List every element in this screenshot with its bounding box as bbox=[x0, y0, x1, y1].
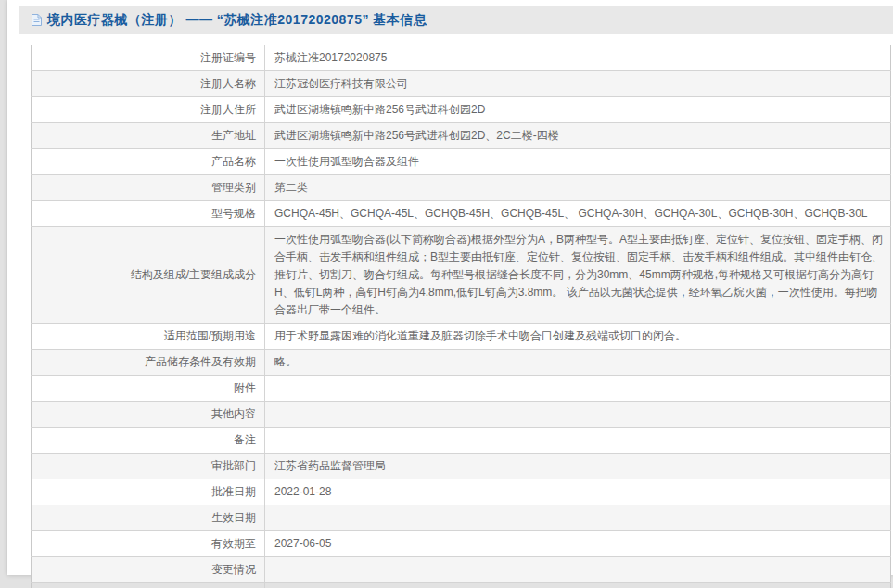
row-label: 批准日期 bbox=[32, 479, 265, 505]
table-row: 注详情 bbox=[32, 583, 891, 588]
row-label: 产品储存条件及有效期 bbox=[32, 350, 265, 376]
table-row: 适用范围/预期用途用于术野显露困难的消化道重建及脏器切除手术中吻合口创建及残端或… bbox=[32, 324, 891, 350]
row-value: 武进区湖塘镇鸣新中路256号武进科创园2D、2C二楼-四楼 bbox=[265, 123, 891, 149]
registration-info-table: 注册证编号苏械注准20172020875注册人名称江苏冠创医疗科技有限公司注册人… bbox=[31, 45, 891, 588]
row-label-text: 管理类别 bbox=[211, 181, 256, 194]
row-label-text: 型号规格 bbox=[211, 207, 256, 220]
table-row: 附件 bbox=[32, 376, 891, 402]
row-label: 管理类别 bbox=[32, 175, 265, 201]
row-value: 武进区湖塘镇鸣新中路256号武进科创园2D bbox=[265, 97, 891, 123]
table-row: 变更情况 bbox=[32, 557, 891, 583]
row-label: 适用范围/预期用途 bbox=[32, 324, 265, 350]
row-value bbox=[265, 557, 891, 583]
row-label-text: 批准日期 bbox=[211, 485, 256, 498]
table-row: 注册证编号苏械注准20172020875 bbox=[32, 45, 891, 71]
row-value bbox=[265, 376, 891, 402]
table-row: 型号规格GCHQA-45H、GCHQA-45L、GCHQB-45H、GCHQB-… bbox=[32, 201, 891, 227]
row-label-text: 产品名称 bbox=[211, 155, 256, 168]
row-label-text: 注册人名称 bbox=[200, 77, 256, 90]
row-value bbox=[265, 402, 891, 428]
row-label: 注 bbox=[32, 583, 265, 588]
table-row: 批准日期2022-01-28 bbox=[32, 479, 891, 505]
row-value: 一次性使用弧型吻合器(以下简称吻合器)根据外型分为A，B两种型号。A型主要由抵钉… bbox=[265, 227, 891, 324]
row-label: 生产地址 bbox=[32, 123, 265, 149]
table-row: 生效日期 bbox=[32, 505, 891, 531]
row-value-text: 武进区湖塘镇鸣新中路256号武进科创园2D、2C二楼-四楼 bbox=[274, 129, 559, 142]
row-label: 审批部门 bbox=[32, 454, 265, 479]
row-label-text: 变更情况 bbox=[211, 563, 256, 576]
row-label-text: 有效期至 bbox=[211, 537, 256, 550]
row-label-text: 结构及组成/主要组成成分 bbox=[131, 268, 256, 281]
row-value: 江苏冠创医疗科技有限公司 bbox=[265, 71, 891, 97]
row-label: 型号规格 bbox=[32, 201, 265, 227]
table-row: 有效期至2027-06-05 bbox=[32, 531, 891, 557]
table-row: 注册人住所武进区湖塘镇鸣新中路256号武进科创园2D bbox=[32, 97, 891, 123]
row-label: 结构及组成/主要组成成分 bbox=[32, 227, 265, 324]
row-label: 备注 bbox=[32, 428, 265, 454]
table-row: 结构及组成/主要组成成分一次性使用弧型吻合器(以下简称吻合器)根据外型分为A，B… bbox=[32, 227, 891, 324]
table-row: 其他内容 bbox=[32, 402, 891, 428]
row-label-text: 附件 bbox=[234, 381, 256, 394]
row-value bbox=[265, 428, 891, 454]
row-value-text: 武进区湖塘镇鸣新中路256号武进科创园2D bbox=[274, 103, 485, 116]
row-value-text: 一次性使用弧型吻合器(以下简称吻合器)根据外型分为A，B两种型号。A型主要由抵钉… bbox=[274, 233, 883, 316]
row-value: 2022-01-28 bbox=[265, 479, 891, 505]
row-label-text: 适用范围/预期用途 bbox=[164, 329, 256, 342]
row-value-text: 苏械注准20172020875 bbox=[274, 51, 387, 64]
row-value-text: 2027-06-05 bbox=[274, 537, 331, 550]
row-value-text: 略。 bbox=[274, 355, 297, 368]
table-row: 注册人名称江苏冠创医疗科技有限公司 bbox=[32, 71, 891, 97]
row-value-text: 一次性使用弧型吻合器及组件 bbox=[274, 155, 419, 168]
row-label: 变更情况 bbox=[32, 557, 265, 583]
row-value bbox=[265, 505, 891, 531]
row-label: 注册证编号 bbox=[32, 45, 265, 71]
row-label-text: 注册证编号 bbox=[200, 51, 256, 64]
document-icon bbox=[31, 13, 43, 27]
table-row: 产品名称一次性使用弧型吻合器及组件 bbox=[32, 149, 891, 175]
row-label: 附件 bbox=[32, 376, 265, 402]
row-value-text: GCHQA-45H、GCHQA-45L、GCHQB-45H、GCHQB-45L、… bbox=[274, 207, 867, 220]
row-value: 一次性使用弧型吻合器及组件 bbox=[265, 149, 891, 175]
row-label: 注册人名称 bbox=[32, 71, 265, 97]
row-label-text: 注册人住所 bbox=[200, 103, 256, 116]
row-label-text: 备注 bbox=[234, 433, 256, 446]
row-value: 2027-06-05 bbox=[265, 531, 891, 557]
row-value: 江苏省药品监督管理局 bbox=[265, 454, 891, 479]
row-value-text: 江苏省药品监督管理局 bbox=[274, 459, 386, 472]
table-row: 生产地址武进区湖塘镇鸣新中路256号武进科创园2D、2C二楼-四楼 bbox=[32, 123, 891, 149]
row-label: 生效日期 bbox=[32, 505, 265, 531]
page-header: 境内医疗器械（注册） —— “苏械注准20172020875” 基本信息 bbox=[19, 6, 893, 34]
row-value-text: 江苏冠创医疗科技有限公司 bbox=[274, 77, 408, 90]
row-label-text: 生产地址 bbox=[211, 129, 256, 142]
row-value-text: 第二类 bbox=[274, 181, 308, 194]
row-value: 用于术野显露困难的消化道重建及脏器切除手术中吻合口创建及残端或切口的闭合。 bbox=[265, 324, 891, 350]
row-value: 略。 bbox=[265, 350, 891, 376]
row-value: GCHQA-45H、GCHQA-45L、GCHQB-45H、GCHQB-45L、… bbox=[265, 201, 891, 227]
row-label: 产品名称 bbox=[32, 149, 265, 175]
table-row: 备注 bbox=[32, 428, 891, 454]
row-label-text: 其他内容 bbox=[211, 407, 256, 420]
table-row: 管理类别第二类 bbox=[32, 175, 891, 201]
page-title: 境内医疗器械（注册） —— “苏械注准20172020875” 基本信息 bbox=[47, 12, 427, 29]
row-label: 其他内容 bbox=[32, 402, 265, 428]
row-label-text: 产品储存条件及有效期 bbox=[145, 355, 256, 368]
row-value: 详情 bbox=[265, 583, 891, 588]
row-value-text: 用于术野显露困难的消化道重建及脏器切除手术中吻合口创建及残端或切口的闭合。 bbox=[274, 329, 686, 342]
row-label-text: 生效日期 bbox=[211, 511, 256, 524]
row-value-text: 2022-01-28 bbox=[274, 485, 331, 498]
row-label: 注册人住所 bbox=[32, 97, 265, 123]
table-row: 产品储存条件及有效期略。 bbox=[32, 350, 891, 376]
row-label: 有效期至 bbox=[32, 531, 265, 557]
row-value: 第二类 bbox=[265, 175, 891, 201]
row-value: 苏械注准20172020875 bbox=[265, 45, 891, 71]
table-row: 审批部门江苏省药品监督管理局 bbox=[32, 454, 891, 479]
row-label-text: 审批部门 bbox=[211, 459, 256, 472]
content-panel: 境内医疗器械（注册） —— “苏械注准20172020875” 基本信息 注册证… bbox=[7, 0, 893, 575]
